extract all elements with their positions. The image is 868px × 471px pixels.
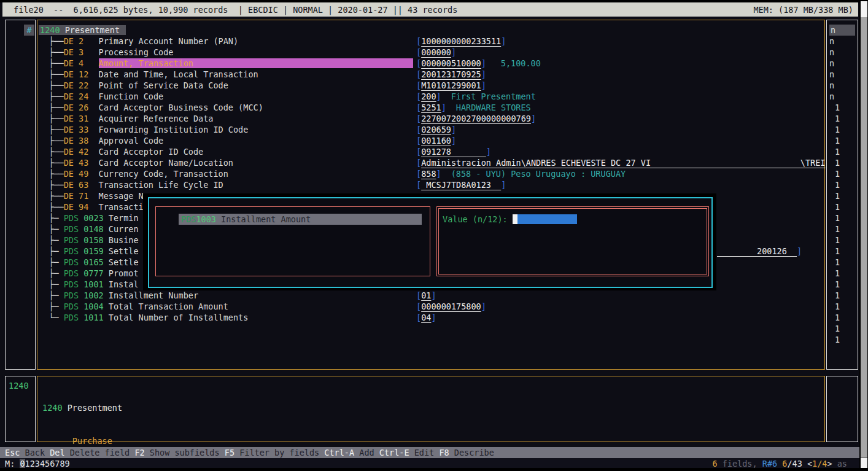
pds-number: 1003 xyxy=(196,214,216,224)
mask-cursor: 0 xyxy=(20,459,25,469)
field-value[interactable]: [000000510000]5,100.00 xyxy=(416,58,541,69)
tree-row[interactable]: ├──DE 22 Point of Service Data Code[M101… xyxy=(39,80,818,91)
tree-row[interactable]: ├──DE 63 Transaction Life Cycle ID[ MCSJ… xyxy=(39,179,818,190)
field-value[interactable]: [01] xyxy=(416,290,436,301)
format-cell: 1 xyxy=(829,257,840,268)
field-value[interactable]: [200]First Presentment xyxy=(416,91,536,102)
tree-row[interactable]: ├──DE 3 Processing Code[000000] xyxy=(39,47,818,58)
tree-header-row[interactable]: 1240 Presentment xyxy=(39,25,818,36)
record-id: 1240 xyxy=(9,380,29,391)
record-id-panel: 1240 xyxy=(5,376,36,442)
record-ref: R#6 xyxy=(762,459,777,469)
field-value[interactable]: [000000175800] xyxy=(416,301,486,312)
page-open-bracket: < xyxy=(802,459,812,469)
page-indicator: 1/4 xyxy=(812,459,827,469)
detail-line-message: 1240 Presentment xyxy=(42,402,432,413)
format-cell: n xyxy=(829,36,834,47)
record-detail-panel: 1240 Presentment Purchase First Presentm… xyxy=(37,376,825,442)
page-close-bracket: > xyxy=(827,459,837,469)
format-cell: 1 xyxy=(829,179,840,190)
function-key-item[interactable]: Esc Back xyxy=(5,448,45,457)
format-cell: 1 xyxy=(829,323,840,334)
pds-prefix: PDS xyxy=(181,214,196,224)
format-cell: 1 xyxy=(829,135,840,146)
tree-row[interactable]: ├──DE 24 Function Code[200]First Present… xyxy=(39,91,818,102)
format-cell: 1 xyxy=(829,312,840,323)
format-cell: n xyxy=(829,25,855,36)
tree-row[interactable]: ├──DE 33 Forwarding Institution ID Code[… xyxy=(39,124,818,135)
format-cell: n xyxy=(829,47,834,58)
bottom-black-strip xyxy=(0,468,868,471)
detail-code: 1240 xyxy=(42,403,63,413)
record-total: /43 xyxy=(787,459,802,469)
field-value[interactable]: [M10101299001] xyxy=(416,80,486,91)
field-value[interactable]: [200123170925] xyxy=(416,69,486,80)
format-cell: 1 xyxy=(829,246,840,257)
function-key-item[interactable]: F8 Describe xyxy=(439,448,494,457)
field-value[interactable]: [000000] xyxy=(416,47,456,58)
sort-suffix: as xyxy=(837,459,847,469)
row-marker-panel: # xyxy=(5,20,36,370)
function-key-item[interactable]: Ctrl-E Edit xyxy=(379,448,434,457)
function-key-item[interactable]: Del Delete field xyxy=(50,448,130,457)
function-key-item[interactable]: Ctrl-A Add xyxy=(324,448,374,457)
tree-row[interactable]: ├─ PDS 1004 Total Transaction Amount[000… xyxy=(39,301,818,312)
tree-row[interactable]: ├──DE 26 Card Acceptor Business Code (MC… xyxy=(39,102,818,113)
tree-row[interactable]: ├──DE 43 Card Acceptor Name/Location[Adm… xyxy=(39,157,818,168)
file-info: file20 -- 6,616,625 bytes, 10,990 record… xyxy=(2,4,457,15)
format-cell: n xyxy=(829,80,834,91)
field-value[interactable]: [5251]HARDWARE STORES xyxy=(416,102,531,113)
format-column-panel: nnnnnnn1111111111111111111111 xyxy=(826,20,858,370)
dialog-value-inner: Value (n/12): xyxy=(438,208,707,274)
tree-row[interactable]: ├──DE 42 Card Acceptor ID Code[091278 ] xyxy=(39,146,818,157)
function-key-item[interactable]: F5 Filter by fields xyxy=(225,448,319,457)
field-value[interactable]: [ MCSJ7TD8A0123 ] xyxy=(416,179,506,190)
dialog-frame: PDS1003 Installment Amount Value (n/12): xyxy=(148,197,713,288)
memory-usage: MEM: (187 MB/338 MB) xyxy=(753,4,858,15)
edit-field-dialog: PDS1003 Installment Amount Value (n/12): xyxy=(143,193,716,290)
scrollbar-thumb-top[interactable] xyxy=(861,1,867,17)
format-cell: 1 xyxy=(829,146,840,157)
tree-row[interactable]: └─ PDS 1011 Total Number of Installments… xyxy=(39,312,818,323)
tree-row[interactable]: ├──DE 38 Approval Code[001160] xyxy=(39,135,818,146)
field-value[interactable]: [001160] xyxy=(416,135,456,146)
tree-row[interactable]: ├──DE 49 Currency Code, Transaction[858]… xyxy=(39,168,818,179)
field-value[interactable]: [858](858 - UYU) Peso Uruguayo : URUGUAY xyxy=(416,168,626,179)
field-value[interactable]: [Administracion Admin\ANDRES ECHEVESTE D… xyxy=(416,157,825,168)
dialog-value-panel: Value (n/12): xyxy=(436,206,709,276)
format-cell: 1 xyxy=(829,113,840,124)
tree-row[interactable]: ├──DE 12 Date and Time, Local Transactio… xyxy=(39,69,818,80)
scrollbar-trough[interactable] xyxy=(861,17,867,457)
detail-line-type: Purchase xyxy=(42,435,432,446)
record-format-panel xyxy=(826,376,858,442)
value-prompt-label: Value (n/12): xyxy=(443,214,513,225)
format-cell: 1 xyxy=(829,212,840,224)
format-cell: 1 xyxy=(829,124,840,135)
field-value-fragment: 200126 ] xyxy=(717,246,802,257)
detail-name: Presentment xyxy=(68,403,122,413)
tree-row[interactable]: ├──DE 2 Primary Account Number (PAN)[100… xyxy=(39,36,818,47)
format-cell: 1 xyxy=(829,224,840,235)
text-cursor xyxy=(513,214,517,224)
function-key-bar: Esc Back Del Delete field F2 Show subfie… xyxy=(0,447,859,458)
tree-row[interactable]: ├──DE 31 Acquirer Reference Data[2270072… xyxy=(39,113,818,124)
format-cell: 1 xyxy=(829,157,840,168)
scrollbar[interactable] xyxy=(859,0,868,471)
format-cell: n xyxy=(829,69,834,80)
value-input-field[interactable] xyxy=(517,214,577,224)
field-value[interactable]: [04] xyxy=(416,312,436,323)
format-cell: 1 xyxy=(829,102,840,113)
tree-row[interactable]: ├─ PDS 1002 Installment Number[01] xyxy=(39,290,818,301)
field-value[interactable]: [2270072002700000000769] xyxy=(416,113,536,124)
mask-label: M: xyxy=(5,459,20,469)
format-cell: 1 xyxy=(829,201,840,212)
tree-row[interactable]: ├──DE 4 Amount, Transaction [00000051000… xyxy=(39,58,818,69)
top-status-bar: file20 -- 6,616,625 bytes, 10,990 record… xyxy=(2,2,858,17)
format-cell: 1 xyxy=(829,301,840,312)
pds-title-label: Installment Amount xyxy=(216,214,311,224)
field-value[interactable]: [091278 ] xyxy=(416,146,491,157)
function-key-item[interactable]: F2 Show subfields xyxy=(134,448,219,457)
field-value[interactable]: [020659] xyxy=(416,124,456,135)
field-value[interactable]: [1000000000233511] xyxy=(416,36,506,47)
format-cell: 1 xyxy=(829,268,840,279)
